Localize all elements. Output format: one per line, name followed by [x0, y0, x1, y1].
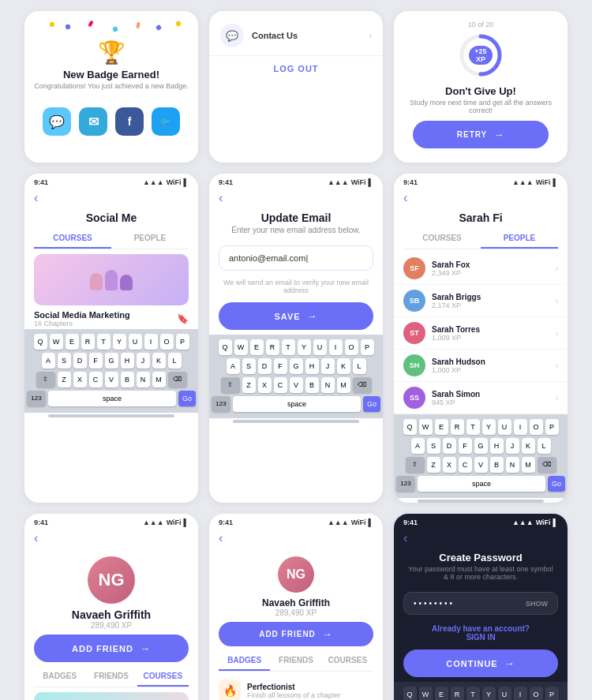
sarah-key-go[interactable]: Go: [548, 476, 565, 492]
key-t[interactable]: T: [97, 334, 111, 350]
pw-key-u[interactable]: U: [498, 687, 511, 700]
pw-key-q[interactable]: Q: [403, 687, 417, 700]
add-friend-button-small[interactable]: ADD FRIEND: [219, 622, 373, 646]
sarah-key-w[interactable]: W: [419, 419, 433, 435]
sarah-key-123[interactable]: 123: [396, 476, 415, 492]
key-j[interactable]: J: [137, 353, 150, 369]
sarah-key-g[interactable]: G: [474, 438, 488, 454]
key-f[interactable]: F: [89, 353, 103, 369]
key-r[interactable]: R: [81, 334, 95, 350]
sarah-key-v[interactable]: V: [474, 457, 488, 473]
key-b[interactable]: B: [121, 372, 134, 387]
email-key-o[interactable]: O: [345, 339, 358, 355]
key-w[interactable]: W: [50, 334, 63, 350]
password-field[interactable]: •••••••• SHOW: [403, 592, 558, 615]
key-a[interactable]: A: [42, 353, 55, 369]
email-key-c[interactable]: C: [274, 377, 287, 393]
key-m[interactable]: M: [152, 372, 166, 387]
back-arrow-password[interactable]: ‹: [394, 528, 568, 548]
save-button[interactable]: SAVE: [219, 302, 373, 330]
key-y[interactable]: Y: [113, 334, 126, 350]
share-facebook-button[interactable]: f: [115, 107, 144, 136]
email-key-e[interactable]: E: [250, 339, 264, 355]
sarah-key-s[interactable]: S: [427, 438, 440, 454]
email-key-w[interactable]: W: [234, 339, 248, 355]
bookmark-icon-social[interactable]: 🔖: [177, 313, 189, 324]
pw-key-r[interactable]: R: [451, 687, 464, 700]
sarah-key-space[interactable]: space: [418, 476, 545, 492]
key-go[interactable]: Go: [178, 391, 196, 406]
key-z[interactable]: Z: [58, 372, 71, 387]
share-email-button[interactable]: ✉: [79, 107, 107, 136]
sarah-key-j[interactable]: J: [506, 438, 519, 454]
pw-key-t[interactable]: T: [466, 687, 480, 700]
back-arrow-sarah[interactable]: ‹: [394, 188, 568, 208]
sarah-key-u[interactable]: U: [498, 419, 511, 435]
pw-key-i[interactable]: I: [514, 687, 527, 700]
email-key-n[interactable]: N: [321, 377, 335, 393]
sarah-key-f[interactable]: F: [459, 438, 472, 454]
tab-courses-large[interactable]: COURSES: [137, 667, 189, 687]
sarah-key-r[interactable]: R: [451, 419, 464, 435]
sarah-key-e[interactable]: E: [435, 419, 448, 435]
sign-in-button[interactable]: SIGN IN: [466, 633, 495, 642]
email-key-q[interactable]: Q: [219, 339, 232, 355]
key-k[interactable]: K: [152, 353, 166, 369]
key-l[interactable]: L: [168, 353, 182, 369]
pw-key-y[interactable]: Y: [482, 687, 496, 700]
key-123[interactable]: 123: [27, 391, 46, 406]
sarah-key-t[interactable]: T: [466, 419, 480, 435]
continue-button[interactable]: CONTINUE: [403, 649, 558, 677]
retry-button[interactable]: RETRY: [413, 121, 549, 148]
back-arrow-profile-small[interactable]: ‹: [209, 528, 383, 548]
sarah-key-i[interactable]: I: [514, 419, 527, 435]
sarah-key-c[interactable]: C: [459, 457, 472, 473]
tab-courses-small[interactable]: COURSES: [322, 651, 373, 671]
pw-key-p[interactable]: P: [545, 687, 559, 700]
list-item[interactable]: SF Sarah Fox 2,349 XP ›: [394, 253, 568, 285]
email-key-m[interactable]: M: [337, 377, 350, 393]
email-key-k[interactable]: K: [337, 358, 350, 374]
email-key-d[interactable]: D: [258, 358, 272, 374]
email-key-y[interactable]: Y: [298, 339, 311, 355]
email-key-backspace[interactable]: ⌫: [353, 377, 372, 393]
key-e[interactable]: E: [66, 334, 79, 350]
key-d[interactable]: D: [73, 353, 87, 369]
sarah-key-h[interactable]: H: [490, 438, 504, 454]
email-key-space[interactable]: space: [233, 396, 361, 412]
tab-people-sarah[interactable]: PEOPLE: [481, 229, 558, 249]
sarah-key-b[interactable]: B: [490, 457, 504, 473]
list-item[interactable]: ST Sarah Torres 1,009 XP ›: [394, 317, 568, 350]
key-s[interactable]: S: [58, 353, 71, 369]
email-key-j[interactable]: J: [321, 358, 335, 374]
back-arrow-social[interactable]: ‹: [24, 188, 198, 208]
add-friend-button-large[interactable]: ADD FRIEND: [34, 634, 189, 662]
sarah-key-x[interactable]: X: [443, 457, 456, 473]
pw-key-o[interactable]: O: [530, 687, 543, 700]
key-h[interactable]: H: [121, 353, 134, 369]
key-c[interactable]: C: [89, 372, 103, 387]
email-key-go[interactable]: Go: [363, 396, 380, 412]
back-arrow-profile-large[interactable]: ‹: [24, 528, 198, 548]
sarah-key-q[interactable]: Q: [403, 419, 417, 435]
email-key-x[interactable]: X: [258, 377, 272, 393]
email-key-h[interactable]: H: [305, 358, 319, 374]
list-item[interactable]: SH Sarah Hudson 1,000 XP ›: [394, 350, 568, 382]
tab-courses-sarah[interactable]: COURSES: [403, 229, 481, 249]
contact-us-item[interactable]: 💬 Contact Us ›: [209, 16, 383, 56]
email-key-123[interactable]: 123: [212, 396, 230, 412]
tab-friends-large[interactable]: FRIENDS: [85, 667, 137, 687]
email-key-r[interactable]: R: [266, 339, 279, 355]
tab-badges-small[interactable]: BADGES: [219, 651, 270, 671]
email-input[interactable]: [219, 245, 373, 271]
sarah-key-n[interactable]: N: [506, 457, 519, 473]
email-key-f[interactable]: F: [274, 358, 287, 374]
email-key-z[interactable]: Z: [242, 377, 256, 393]
sarah-key-l[interactable]: L: [538, 438, 551, 454]
share-message-button[interactable]: 💬: [43, 107, 71, 136]
email-key-t[interactable]: T: [282, 339, 295, 355]
sarah-key-k[interactable]: K: [522, 438, 535, 454]
sarah-key-m[interactable]: M: [522, 457, 535, 473]
pw-key-e[interactable]: E: [435, 687, 448, 700]
key-i[interactable]: I: [144, 334, 158, 350]
